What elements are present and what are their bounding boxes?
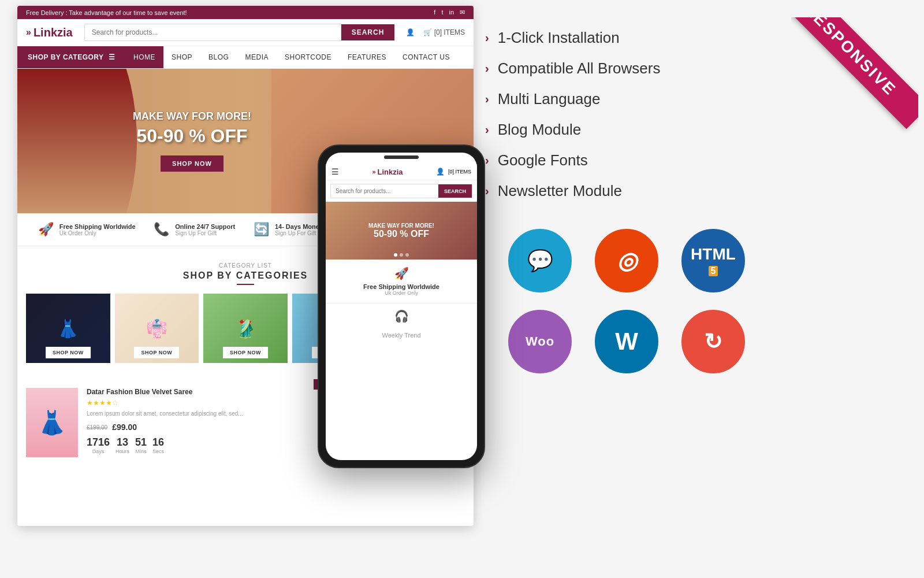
hero-text: MAKE WAY FOR MORE! 50-90 % OFF SHOP NOW (133, 110, 251, 172)
facebook-icon[interactable]: f (434, 9, 435, 16)
arrow-icon-2: › (485, 62, 489, 75)
wordpress-icon[interactable]: W (595, 310, 658, 373)
phone-hero-subtitle: MAKE WAY FOR MORE! (368, 223, 434, 229)
shipping-icon: 🚀 (38, 222, 54, 237)
countdown-secs: 16 Secs (152, 436, 164, 454)
feature-support-title: Online 24/7 Support (175, 223, 235, 230)
feature-shipping-title: Free Shipping Worldwide (59, 223, 136, 230)
feature-label-6: Newsletter Module (498, 182, 622, 200)
section-divider (237, 284, 254, 285)
phone-speaker (384, 155, 419, 159)
weekly-trend-label: Weekly Trend (326, 329, 477, 342)
phone-hero-title: 50-90 % OFF (368, 229, 434, 239)
price-row: £199.00 £99.00 (87, 423, 243, 432)
category-item-3[interactable]: 🥻 SHOP NOW (203, 294, 288, 363)
phone-logo-arrows: » (372, 168, 375, 175)
feature-label-3: Multi Language (498, 90, 601, 108)
phone-headphone: 🎧 (326, 303, 477, 329)
nav-media[interactable]: MEDIA (237, 46, 277, 68)
woo-icon[interactable]: Woo (508, 310, 572, 373)
nav-contact[interactable]: CONTACT US (394, 46, 458, 68)
phone-carousel-dots (394, 253, 409, 257)
moneyback-icon: 🔄 (254, 222, 269, 237)
tech-icons-grid: 💬 ◎ HTML 5 Woo W ↻ (508, 229, 918, 373)
secs-value: 16 (152, 436, 164, 449)
right-panel: RESPONSIVE › 1-Click Installation › Comp… (485, 17, 918, 373)
dot-2[interactable] (400, 253, 403, 257)
shop-now-button[interactable]: SHOP NOW (161, 155, 223, 172)
nav-links: HOME SHOP BLOG MEDIA SHORTCODE FEATURES … (125, 46, 458, 68)
phone-logo-text: Linkzia (378, 168, 403, 176)
shop-by-category-button[interactable]: SHOP BY CATEGORY ☰ (17, 46, 125, 68)
social-links: f t in ✉ (434, 9, 465, 16)
search-button[interactable]: SEARCH (341, 24, 395, 40)
linkedin-icon[interactable]: in (449, 9, 454, 16)
phone-search-button[interactable]: SEARCH (438, 184, 472, 198)
navigation: SHOP BY CATEGORY ☰ HOME SHOP BLOG MEDIA … (17, 46, 474, 69)
phone-header-icons: 👤 [0] ITEMS (436, 168, 471, 176)
top-bar: Free Delivery : Take advantage of our ti… (17, 6, 474, 19)
deal-card: NEW DEALS 👗 Datar Fashion Blue Velvet Sa… (17, 379, 357, 466)
logo[interactable]: » Linkzia (26, 26, 73, 39)
hero-title: 50-90 % OFF (133, 125, 251, 147)
twitter-icon[interactable]: t (441, 9, 443, 16)
phone-feature-icon: 🚀 (333, 266, 470, 280)
phone-user-icon[interactable]: 👤 (436, 168, 445, 176)
nav-home[interactable]: HOME (125, 46, 163, 68)
days-value: 1716 (87, 436, 110, 449)
mins-label: Mins (135, 449, 147, 454)
feature-shipping-subtitle: Uk Order Only (59, 230, 136, 236)
cat-shop-btn-1[interactable]: SHOP NOW (46, 347, 91, 358)
nav-features[interactable]: FEATURES (340, 46, 394, 68)
phone-hero-text: MAKE WAY FOR MORE! 50-90 % OFF (368, 223, 434, 239)
feature-row-5: › Google Fonts (485, 151, 918, 169)
nav-shortcode[interactable]: SHORTCODE (277, 46, 340, 68)
user-icon[interactable]: 👤 (406, 28, 415, 36)
magento-icon[interactable]: ◎ (595, 229, 658, 292)
nav-shop[interactable]: SHOP (163, 46, 200, 68)
category-item-2[interactable]: 👘 SHOP NOW (115, 294, 199, 363)
deal-description: Lorem ipsum dolor sit amet, consectetur … (87, 410, 243, 418)
phone-mockup: ☰ » Linkzia 👤 [0] ITEMS SEARCH MAKE WAY … (318, 144, 485, 468)
phone-search-input[interactable] (331, 184, 438, 198)
hours-value: 13 (116, 436, 129, 449)
cart-icon[interactable]: 🛒 [0] ITEMS (423, 28, 465, 36)
hero-subtitle: MAKE WAY FOR MORE! (133, 110, 251, 123)
responsive-badge: RESPONSIVE (791, 17, 918, 129)
arrow-icon-6: › (485, 184, 489, 198)
new-price: £99.00 (112, 423, 137, 432)
email-icon[interactable]: ✉ (460, 9, 465, 16)
phone-cart-text: [0] ITEMS (448, 169, 471, 175)
chat-icon[interactable]: 💬 (508, 229, 572, 292)
menu-hamburger-icon: ☰ (109, 53, 116, 61)
phone-feature-subtitle: Uk Order Only (333, 290, 470, 296)
phone-feature-title: Free Shipping Worldwide (333, 283, 470, 290)
nav-blog[interactable]: BLOG (200, 46, 237, 68)
product-image: 👗 (26, 388, 78, 457)
cat-shop-btn-3[interactable]: SHOP NOW (223, 347, 268, 358)
product-stars: ★★★★☆ (87, 399, 243, 407)
product-name: Datar Fashion Blue Velvet Saree (87, 388, 243, 396)
update-icon[interactable]: ↻ (681, 310, 745, 373)
phone-hero: MAKE WAY FOR MORE! 50-90 % OFF (326, 202, 477, 260)
dot-1[interactable] (394, 253, 397, 257)
delivery-text: Free Delivery : Take advantage of our ti… (26, 9, 187, 16)
feature-label-2: Compatible All Browsers (498, 60, 661, 77)
feature-label-4: Blog Module (498, 121, 582, 139)
phone-feature-shipping: 🚀 Free Shipping Worldwide Uk Order Only (326, 260, 477, 303)
search-input[interactable] (84, 24, 341, 41)
cart-text: 🛒 [0] ITEMS (423, 28, 465, 36)
html5-icon[interactable]: HTML 5 (681, 229, 745, 292)
html5-symbol: HTML (691, 245, 736, 264)
feature-shipping: 🚀 Free Shipping Worldwide Uk Order Only (38, 222, 136, 237)
category-item-1[interactable]: 👗 SHOP NOW (26, 294, 110, 363)
logo-text: Linkzia (33, 26, 73, 39)
countdown-mins: 51 Mins (135, 436, 147, 454)
cat-shop-btn-2[interactable]: SHOP NOW (134, 347, 179, 358)
arrow-icon-4: › (485, 123, 489, 136)
old-price: £199.00 (87, 424, 107, 431)
dot-3[interactable] (405, 253, 409, 257)
search-bar: SEARCH (84, 24, 395, 41)
phone-menu-icon[interactable]: ☰ (331, 167, 339, 176)
arrow-icon-5: › (485, 154, 489, 167)
